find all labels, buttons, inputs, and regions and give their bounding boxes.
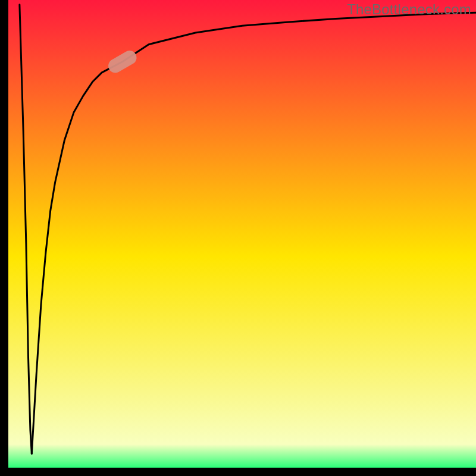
watermark-text: TheBottleneck.com xyxy=(347,1,471,18)
plot-background xyxy=(8,0,476,468)
y-axis xyxy=(0,0,8,476)
bottleneck-chart xyxy=(0,0,476,476)
x-axis xyxy=(0,468,476,476)
